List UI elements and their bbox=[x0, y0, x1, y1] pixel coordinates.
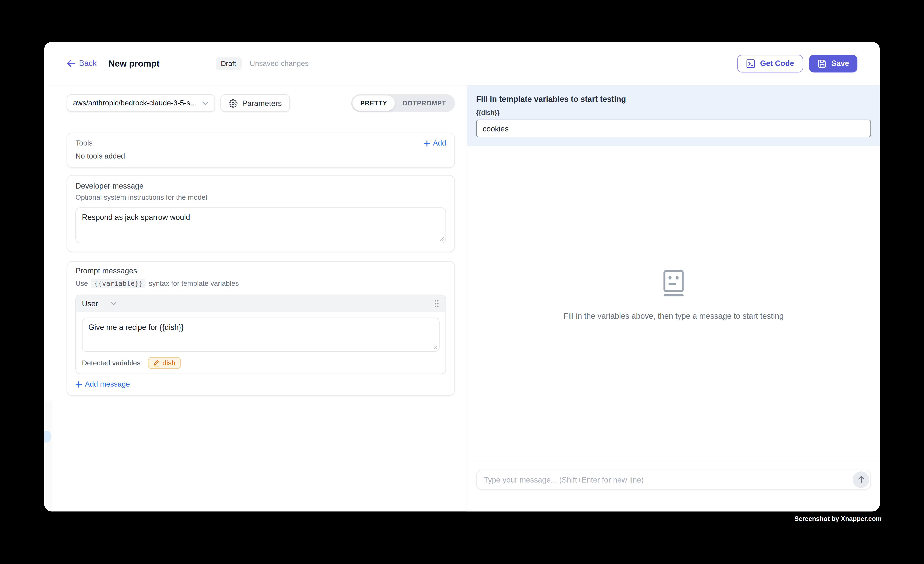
app-window: Back New prompt Draft Unsaved changes Ge… bbox=[44, 42, 880, 511]
save-button[interactable]: Save bbox=[809, 55, 857, 72]
prompt-messages-title: Prompt messages bbox=[75, 266, 446, 275]
developer-message-subtitle: Optional system instructions for the mod… bbox=[75, 193, 446, 201]
back-button[interactable]: Back bbox=[67, 59, 97, 68]
chat-area: Fill in the variables above, then type a… bbox=[467, 146, 880, 461]
chevron-down-icon bbox=[202, 101, 208, 105]
tab-dotprompt[interactable]: DOTPROMPT bbox=[395, 96, 454, 111]
message-header: User bbox=[76, 295, 446, 312]
tester-panel: Fill in template variables to start test… bbox=[466, 86, 880, 512]
role-value: User bbox=[82, 299, 98, 308]
detected-variables-label: Detected variables: bbox=[82, 359, 142, 367]
model-selector-value: aws/anthropic/bedrock-claude-3-5-s... bbox=[73, 99, 202, 107]
message-block: User bbox=[75, 295, 446, 374]
prompt-messages-card: Prompt messages Use {{variable}} syntax … bbox=[67, 261, 455, 396]
hint-suffix: syntax for template variables bbox=[148, 279, 239, 288]
header: Back New prompt Draft Unsaved changes Ge… bbox=[44, 42, 880, 86]
model-selector[interactable]: aws/anthropic/bedrock-claude-3-5-s... bbox=[67, 94, 215, 112]
robot-icon bbox=[662, 270, 685, 296]
left-edge-highlight-artifact bbox=[44, 430, 51, 442]
developer-message-textarea[interactable]: Respond as jack sparrow would bbox=[75, 207, 446, 243]
arrow-up-icon bbox=[857, 476, 865, 484]
send-button[interactable] bbox=[853, 471, 869, 488]
template-variables-section: Fill in template variables to start test… bbox=[467, 86, 880, 146]
page-title: New prompt bbox=[108, 58, 159, 69]
gear-icon bbox=[229, 99, 237, 108]
message-body: Give me a recipe for {{dish}} Detected v… bbox=[76, 312, 446, 374]
save-label: Save bbox=[831, 59, 849, 68]
drag-handle-icon[interactable] bbox=[434, 299, 440, 308]
screenshot-stage: Back New prompt Draft Unsaved changes Ge… bbox=[0, 0, 924, 564]
header-actions: Get Code Save bbox=[737, 55, 857, 72]
chat-message-input[interactable] bbox=[476, 470, 871, 489]
tab-pretty[interactable]: PRETTY bbox=[352, 96, 395, 111]
save-icon bbox=[817, 58, 826, 68]
detected-variables-row: Detected variables: dish bbox=[82, 357, 440, 369]
dish-variable-input[interactable] bbox=[476, 120, 871, 137]
add-tool-button[interactable]: Add bbox=[424, 139, 446, 147]
plus-icon bbox=[75, 381, 82, 387]
role-selector[interactable]: User bbox=[82, 299, 117, 308]
unsaved-changes-text: Unsaved changes bbox=[250, 59, 309, 68]
view-toggle: PRETTY DOTPROMPT bbox=[351, 94, 455, 112]
status-badge: Draft bbox=[216, 57, 242, 70]
chat-empty-text: Fill in the variables above, then type a… bbox=[563, 312, 784, 320]
chat-empty-state: Fill in the variables above, then type a… bbox=[563, 270, 784, 320]
watermark-text: Screenshot by Xnapper.com bbox=[794, 515, 882, 522]
chevron-down-icon bbox=[111, 302, 117, 305]
variable-syntax-chip: {{variable}} bbox=[91, 279, 146, 288]
left-edge-panel-artifact bbox=[44, 400, 52, 512]
add-message-label: Add message bbox=[85, 380, 130, 388]
pencil-icon bbox=[153, 360, 160, 367]
back-label: Back bbox=[79, 59, 97, 68]
add-message-button[interactable]: Add message bbox=[75, 380, 446, 388]
resize-handle-icon[interactable] bbox=[440, 237, 444, 242]
developer-message-card: Developer message Optional system instru… bbox=[67, 175, 455, 252]
template-variable-hint: Use {{variable}} syntax for template var… bbox=[75, 279, 446, 288]
parameters-label: Parameters bbox=[242, 99, 282, 108]
developer-message-title: Developer message bbox=[75, 182, 446, 190]
hint-prefix: Use bbox=[75, 279, 88, 288]
body: aws/anthropic/bedrock-claude-3-5-s... bbox=[44, 86, 880, 512]
tools-title: Tools bbox=[75, 139, 93, 147]
dish-variable-label: {{dish}} bbox=[476, 109, 871, 116]
chat-input-row bbox=[467, 461, 880, 511]
get-code-button[interactable]: Get Code bbox=[737, 55, 803, 72]
tools-empty-text: No tools added bbox=[75, 152, 446, 160]
user-message-textarea[interactable]: Give me a recipe for {{dish}} bbox=[82, 318, 440, 352]
get-code-label: Get Code bbox=[760, 59, 794, 68]
terminal-icon bbox=[746, 58, 755, 68]
resize-handle-icon[interactable] bbox=[433, 345, 438, 350]
parameters-button[interactable]: Parameters bbox=[220, 94, 290, 112]
tester-heading: Fill in template variables to start test… bbox=[476, 95, 871, 104]
tools-card: Tools Add No tools added bbox=[67, 132, 455, 168]
add-tool-label: Add bbox=[433, 139, 446, 147]
variable-badge-dish[interactable]: dish bbox=[148, 357, 181, 369]
plus-icon bbox=[424, 140, 430, 146]
model-row: aws/anthropic/bedrock-claude-3-5-s... bbox=[67, 94, 455, 112]
editor-panel: aws/anthropic/bedrock-claude-3-5-s... bbox=[44, 86, 466, 512]
variable-badge-label: dish bbox=[162, 359, 176, 367]
arrow-left-icon bbox=[67, 59, 75, 67]
